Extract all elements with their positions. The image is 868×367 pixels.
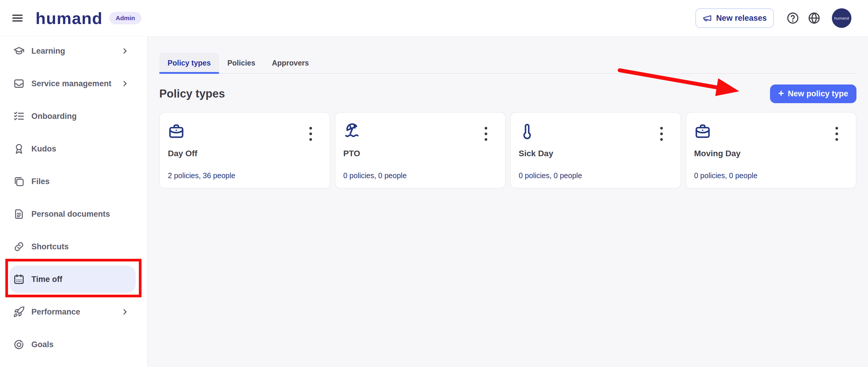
tab-label: Policy types bbox=[167, 59, 211, 67]
card-menu-button[interactable] bbox=[658, 125, 664, 143]
sidebar-item-time-off[interactable]: Time off bbox=[9, 265, 135, 293]
sidebar-item-learning[interactable]: Learning bbox=[9, 37, 135, 65]
sidebar-item-label: Performance bbox=[31, 307, 80, 317]
sidebar-item-service-management[interactable]: Service management bbox=[9, 70, 135, 97]
files-icon bbox=[13, 175, 25, 187]
admin-badge: Admin bbox=[109, 12, 142, 24]
graduation-cap-icon bbox=[13, 45, 25, 57]
policy-type-card-pto[interactable]: PTO0 policies, 0 people bbox=[335, 112, 506, 189]
policy-type-name: Day Off bbox=[168, 149, 318, 158]
sidebar-item-files[interactable]: Files bbox=[9, 168, 135, 195]
top-bar: humand Admin New releases humand bbox=[0, 0, 868, 36]
sidebar-item-label: Service management bbox=[31, 79, 111, 88]
calendar-icon bbox=[13, 273, 25, 285]
sidebar-item-label: Time off bbox=[31, 275, 62, 284]
policy-type-stats: 0 policies, 0 people bbox=[519, 171, 669, 180]
sidebar-item-label: Kudos bbox=[31, 144, 56, 153]
sidebar-item-label: Goals bbox=[31, 340, 54, 349]
tab-policy-types[interactable]: Policy types bbox=[159, 53, 219, 73]
language-button[interactable] bbox=[808, 11, 820, 25]
help-button[interactable] bbox=[786, 11, 799, 25]
sidebar-item-performance[interactable]: Performance bbox=[9, 298, 135, 326]
briefcase-icon bbox=[694, 123, 711, 140]
chevron-right-icon bbox=[120, 307, 130, 317]
sidebar-item-label: Learning bbox=[31, 47, 65, 56]
new-releases-button[interactable]: New releases bbox=[695, 8, 774, 28]
policy-type-card-sick-day[interactable]: Sick Day0 policies, 0 people bbox=[510, 112, 681, 189]
tab-label: Approvers bbox=[272, 59, 309, 67]
sidebar-item-label: Onboarding bbox=[31, 112, 77, 121]
checklist-icon bbox=[13, 110, 25, 122]
sidebar-item-personal-documents[interactable]: Personal documents bbox=[9, 200, 135, 228]
policy-type-card-day-off[interactable]: Day Off2 policies, 36 people bbox=[159, 112, 330, 189]
tab-label: Policies bbox=[227, 59, 255, 67]
sidebar-item-goals[interactable]: Goals bbox=[9, 331, 135, 358]
sidebar-item-kudos[interactable]: Kudos bbox=[9, 135, 135, 163]
avatar[interactable]: humand bbox=[832, 8, 851, 28]
goal-icon bbox=[13, 339, 25, 350]
globe-icon bbox=[808, 11, 820, 25]
new-policy-type-button[interactable]: + New policy type bbox=[770, 84, 857, 103]
sidebar-item-label: Shortcuts bbox=[31, 242, 69, 251]
avatar-label: humand bbox=[834, 16, 849, 21]
menu-button[interactable] bbox=[11, 11, 24, 25]
tab-bar: Policy typesPoliciesApprovers bbox=[159, 53, 857, 74]
page-header: Policy types + New policy type bbox=[159, 84, 857, 103]
policy-type-card-moving-day[interactable]: Moving Day0 policies, 0 people bbox=[686, 112, 857, 189]
card-menu-button[interactable] bbox=[308, 125, 314, 143]
policy-type-name: Moving Day bbox=[694, 149, 845, 158]
sidebar-item-label: Files bbox=[31, 177, 50, 186]
medal-icon bbox=[13, 143, 25, 155]
chevron-right-icon bbox=[120, 46, 130, 56]
policy-type-stats: 0 policies, 0 people bbox=[694, 171, 845, 180]
policy-type-stats: 0 policies, 0 people bbox=[343, 171, 494, 180]
card-menu-button[interactable] bbox=[834, 125, 840, 143]
link-icon bbox=[13, 241, 25, 253]
rocket-icon bbox=[13, 306, 25, 318]
sidebar: LearningService managementOnboardingKudo… bbox=[0, 36, 148, 367]
topbar-actions: New releases humand bbox=[695, 8, 851, 28]
chevron-right-icon bbox=[120, 79, 130, 88]
plus-icon: + bbox=[778, 88, 784, 98]
sidebar-item-onboarding[interactable]: Onboarding bbox=[9, 103, 135, 130]
policy-type-cards: Day Off2 policies, 36 peoplePTO0 policie… bbox=[159, 112, 857, 189]
logo: humand bbox=[35, 8, 103, 28]
beach-umbrella-icon bbox=[343, 123, 360, 140]
sidebar-item-label: Personal documents bbox=[31, 209, 110, 219]
hamburger-icon bbox=[11, 11, 24, 25]
main-content: Policy typesPoliciesApprovers Policy typ… bbox=[148, 36, 868, 367]
policy-type-stats: 2 policies, 36 people bbox=[168, 171, 318, 180]
new-releases-label: New releases bbox=[716, 13, 767, 23]
tab-approvers[interactable]: Approvers bbox=[264, 53, 317, 73]
page-title: Policy types bbox=[159, 87, 225, 100]
briefcase-icon bbox=[168, 123, 185, 140]
thermometer-icon bbox=[519, 123, 535, 140]
tab-policies[interactable]: Policies bbox=[219, 53, 264, 73]
new-policy-type-label: New policy type bbox=[788, 89, 848, 98]
inbox-icon bbox=[13, 78, 25, 89]
policy-type-name: PTO bbox=[343, 149, 494, 158]
help-circle-icon bbox=[786, 11, 799, 25]
policy-type-name: Sick Day bbox=[519, 149, 669, 158]
card-menu-button[interactable] bbox=[483, 125, 489, 143]
megaphone-icon bbox=[703, 13, 712, 23]
sidebar-item-shortcuts[interactable]: Shortcuts bbox=[9, 233, 135, 260]
document-icon bbox=[13, 208, 25, 220]
